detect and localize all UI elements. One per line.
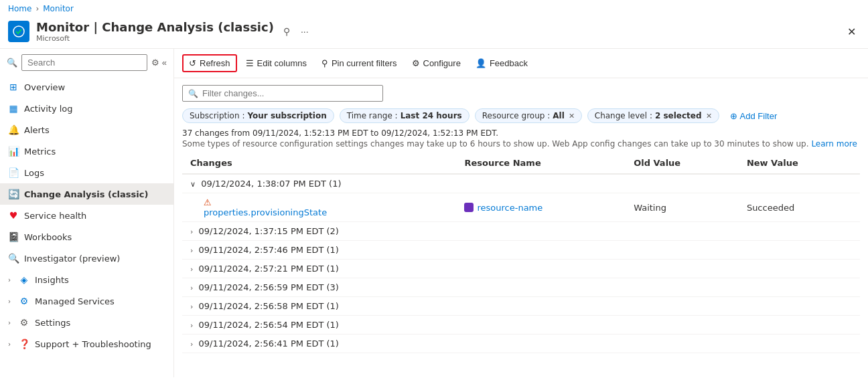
sidebar-item-support-troubleshooting-label: Support + Troubleshooting [35, 339, 151, 349]
group-expand-icon[interactable]: › [190, 302, 193, 311]
sidebar-item-workbooks-label: Workbooks [24, 232, 72, 242]
table-row: › 09/12/2024, 1:37:15 PM EDT (2) [182, 222, 860, 241]
sidebar-item-insights[interactable]: › ◈ Insights [0, 269, 173, 290]
insights-icon: ◈ [19, 274, 29, 285]
group-expand-icon[interactable]: ∨ [190, 180, 196, 189]
col-new-value: New Value [739, 153, 860, 174]
sidebar-item-change-analysis[interactable]: 🔄 Change Analysis (classic) [0, 183, 173, 205]
sidebar-collapse-icon[interactable]: « [162, 58, 167, 68]
sidebar-item-activity-log-label: Activity log [24, 104, 73, 114]
sidebar-item-alerts[interactable]: 🔔 Alerts [0, 119, 173, 140]
filter-tag-resource-group-remove[interactable]: ✕ [569, 112, 575, 120]
table-row: › 09/11/2024, 2:56:59 PM EDT (3) [182, 278, 860, 297]
filter-search-icon: 🔍 [188, 89, 198, 98]
feedback-button[interactable]: 👤 Feedback [469, 55, 534, 72]
service-health-icon: ♥ [8, 210, 19, 221]
refresh-button[interactable]: ↺ Refresh [182, 54, 237, 72]
pin-filters-button[interactable]: ⚲ Pin current filters [315, 55, 403, 72]
sidebar-item-managed-services[interactable]: › ⚙ Managed Services [0, 290, 173, 312]
table-row: › 09/11/2024, 2:56:58 PM EDT (1) [182, 297, 860, 316]
col-resource-name: Resource Name [456, 153, 626, 174]
app-title-main: Monitor | Change Analysis (classic) [36, 20, 274, 34]
group-expand-icon[interactable]: › [190, 284, 193, 292]
table-row: › 09/11/2024, 2:56:41 PM EDT (1) [182, 335, 860, 353]
sidebar-item-alerts-label: Alerts [24, 125, 50, 135]
learn-more-link[interactable]: Learn more [811, 139, 857, 149]
support-icon: ❓ [19, 339, 29, 349]
change-new-value: Succeeded [739, 193, 860, 222]
sidebar-item-change-analysis-label: Change Analysis (classic) [24, 189, 148, 199]
sidebar-item-service-health[interactable]: ♥ Service health [0, 205, 173, 226]
change-property: ⚠ properties.provisioningState [182, 193, 456, 222]
content-area: ↺ Refresh ☰ Edit columns ⚲ Pin current f… [174, 49, 868, 377]
group-row-label: › 09/11/2024, 2:57:21 PM EDT (1) [182, 260, 860, 278]
sidebar-item-service-health-label: Service health [24, 211, 86, 221]
col-old-value: Old Value [626, 153, 739, 174]
sidebar-item-settings[interactable]: › ⚙ Settings [0, 312, 173, 333]
sidebar-item-metrics[interactable]: 📊 Metrics [0, 140, 173, 162]
filter-input-wrap: 🔍 [182, 85, 383, 102]
breadcrumb-monitor[interactable]: Monitor [43, 4, 74, 13]
breadcrumb-home[interactable]: Home [8, 4, 31, 13]
edit-columns-label: Edit columns [257, 58, 307, 68]
table-row: ∨ 09/12/2024, 1:38:07 PM EDT (1) [182, 174, 860, 193]
change-resource-name: resource-name [456, 193, 626, 222]
sidebar: 🔍 ⚙ « ⊞ Overview ▦ Activity log 🔔 Alerts… [0, 49, 174, 377]
filter-input[interactable] [202, 88, 377, 98]
group-row-label: ∨ 09/12/2024, 1:38:07 PM EDT (1) [182, 174, 860, 193]
sidebar-settings-icon[interactable]: ⚙ [151, 58, 159, 68]
feedback-label: Feedback [490, 58, 528, 68]
group-expand-icon[interactable]: › [190, 321, 193, 330]
configure-label: Configure [423, 58, 461, 68]
app-icon [8, 21, 29, 42]
sidebar-item-logs-label: Logs [24, 168, 44, 178]
changes-summary: 37 changes from 09/11/2024, 1:52:13 PM E… [182, 128, 860, 138]
filter-tag-time-range: Time range : Last 24 hours [340, 108, 469, 123]
sidebar-item-activity-log[interactable]: ▦ Activity log [0, 98, 173, 119]
filter-tag-change-level-remove[interactable]: ✕ [706, 112, 712, 120]
filter-bar: 🔍 Subscription : Your subscription Time … [174, 78, 868, 153]
add-filter-button[interactable]: ⊕ Add Filter [725, 109, 783, 123]
close-button[interactable]: ✕ [843, 24, 860, 39]
feedback-icon: 👤 [476, 58, 486, 68]
pin-button[interactable]: ⚲ [281, 25, 293, 38]
sidebar-item-investigator[interactable]: 🔍 Investigator (preview) [0, 248, 173, 269]
settings-icon: ⚙ [19, 317, 29, 328]
configure-button[interactable]: ⚙ Configure [406, 55, 467, 72]
sidebar-item-support-troubleshooting[interactable]: › ❓ Support + Troubleshooting [0, 333, 173, 355]
group-expand-icon[interactable]: › [190, 246, 193, 255]
group-row-label: › 09/11/2024, 2:57:46 PM EDT (1) [182, 241, 860, 260]
edit-columns-button[interactable]: ☰ Edit columns [240, 55, 313, 72]
app-header: Monitor | Change Analysis (classic) Micr… [0, 17, 868, 49]
add-filter-icon: ⊕ [730, 111, 737, 121]
sidebar-item-metrics-label: Metrics [24, 147, 56, 157]
sidebar-item-overview[interactable]: ⊞ Overview [0, 76, 173, 98]
group-expand-icon[interactable]: › [190, 265, 193, 274]
group-expand-icon[interactable]: › [190, 340, 193, 349]
sidebar-item-logs[interactable]: 📄 Logs [0, 162, 173, 183]
group-row-label: › 09/11/2024, 2:56:58 PM EDT (1) [182, 297, 860, 316]
managed-services-icon: ⚙ [19, 296, 29, 306]
breadcrumb: Home › Monitor [0, 0, 868, 17]
sidebar-item-overview-label: Overview [24, 82, 65, 92]
settings-expand-icon: › [8, 319, 11, 326]
sidebar-item-managed-services-label: Managed Services [35, 296, 115, 306]
app-header-left: Monitor | Change Analysis (classic) Micr… [8, 20, 311, 43]
refresh-icon: ↺ [189, 58, 196, 68]
main-layout: 🔍 ⚙ « ⊞ Overview ▦ Activity log 🔔 Alerts… [0, 49, 868, 377]
change-old-value: Waiting [626, 193, 739, 222]
more-button[interactable]: ··· [298, 25, 311, 38]
sidebar-item-insights-label: Insights [35, 275, 69, 285]
overview-icon: ⊞ [8, 82, 19, 92]
svg-point-0 [13, 26, 24, 37]
sidebar-nav: ⊞ Overview ▦ Activity log 🔔 Alerts 📊 Met… [0, 76, 173, 377]
app-header-icons: ⚲ ··· [281, 25, 311, 38]
add-filter-label: Add Filter [740, 111, 778, 121]
group-expand-icon[interactable]: › [190, 227, 193, 236]
search-input[interactable] [21, 54, 147, 71]
filter-tag-change-level: Change level : 2 selected ✕ [587, 108, 719, 123]
filter-tag-subscription: Subscription : Your subscription [182, 108, 334, 123]
table-row: › 09/11/2024, 2:57:21 PM EDT (1) [182, 260, 860, 278]
property-link[interactable]: properties.provisioningState [204, 207, 448, 217]
sidebar-item-workbooks[interactable]: 📓 Workbooks [0, 226, 173, 248]
